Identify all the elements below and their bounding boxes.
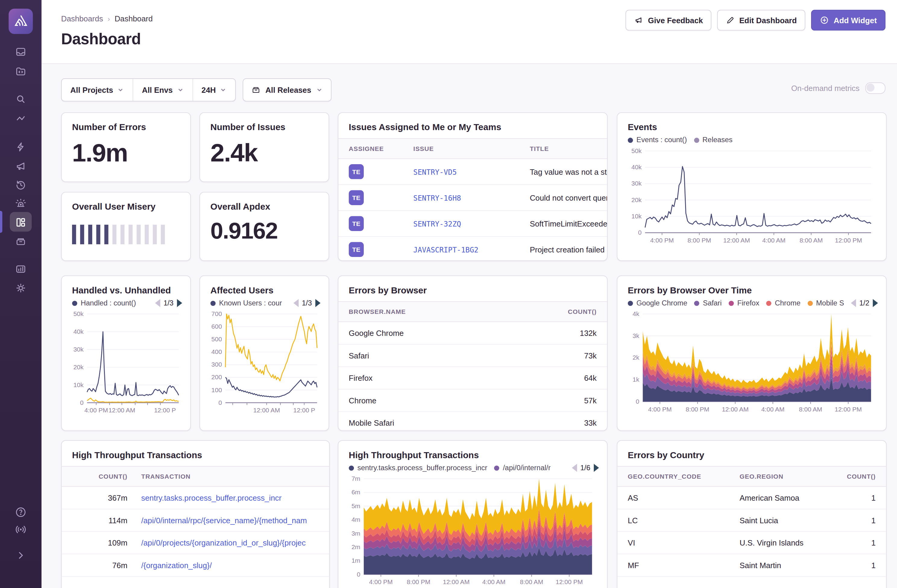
widget-title: Issues Assigned to Me or My Teams <box>338 113 607 133</box>
widget-handled-vs-unhandled[interactable]: Handled vs. Unhandled Handled : count() … <box>61 275 191 431</box>
pager-next-icon[interactable] <box>594 464 599 472</box>
sidebar-item-dashboards[interactable] <box>0 217 41 228</box>
widget-errors-by-browser-over-time[interactable]: Errors by Browser Over Time Google Chrom… <box>617 275 886 431</box>
svg-text:12:00 P: 12:00 P <box>154 407 176 414</box>
svg-text:4:00 PM: 4:00 PM <box>648 406 672 413</box>
legend-item[interactable]: Firefox <box>729 299 759 307</box>
widget-number-of-issues[interactable]: Number of Issues 2.4k <box>199 112 329 182</box>
table-row: LCSaint Lucia1 <box>617 509 886 532</box>
table-cell: /api/0/internal/rpc/{service_name}/{meth… <box>135 516 329 525</box>
sidebar-item-stats[interactable] <box>0 113 41 124</box>
pager-next-icon[interactable] <box>873 299 878 307</box>
pager-label: 1/3 <box>163 299 173 307</box>
legend-item[interactable]: Google Chrome <box>628 299 687 307</box>
feedback-megaphone-icon <box>634 16 643 25</box>
projects-filter[interactable]: All Projects <box>62 79 133 101</box>
issue-link[interactable]: JAVASCRIPT-1BG2 <box>413 245 478 254</box>
legend-item[interactable]: Known Users : cour <box>210 299 282 307</box>
sidebar-item-performance[interactable] <box>0 141 41 153</box>
widget-apdex[interactable]: Overall Apdex 0.9162 <box>199 192 329 261</box>
sidebar-item-feedback[interactable] <box>0 235 41 247</box>
table-cell: Saint Martin <box>733 561 822 570</box>
transaction-link[interactable]: /api/0/internal/rpc/{service_name}/{meth… <box>141 516 307 525</box>
widget-issues-assigned[interactable]: Issues Assigned to Me or My Teams ASSIGN… <box>338 112 608 261</box>
sidebar-collapse-button[interactable] <box>0 550 41 561</box>
sidebar-item-issues[interactable] <box>0 46 41 58</box>
chart-legend: sentry.tasks.process_buffer.process_incr… <box>349 464 565 472</box>
search-icon <box>15 93 26 105</box>
legend-item[interactable]: Mobile S <box>807 299 844 307</box>
legend-item[interactable]: sentry.tasks.process_buffer.process_incr <box>349 464 487 472</box>
sidebar-item-search[interactable] <box>0 93 41 105</box>
sidebar-item-alerts[interactable] <box>0 198 41 209</box>
legend-item[interactable]: Safari <box>694 299 722 307</box>
releases-filter[interactable]: All Releases <box>243 78 332 101</box>
sidebar-item-projects[interactable] <box>0 66 41 77</box>
svg-text:30k: 30k <box>631 180 642 187</box>
sidebar-item-help[interactable] <box>0 506 41 518</box>
widget-title: Overall User Misery <box>62 192 190 212</box>
legend-label: Google Chrome <box>637 299 687 307</box>
breadcrumb-dashboards[interactable]: Dashboards <box>61 14 103 23</box>
pager-prev-icon[interactable] <box>572 464 577 472</box>
chevron-down-icon <box>117 87 124 93</box>
pager-next-icon[interactable] <box>177 299 182 307</box>
transaction-link[interactable]: sentry.tasks.process_buffer.process_incr <box>141 493 282 502</box>
issue-link[interactable]: SENTRY-16H8 <box>413 193 461 202</box>
widget-title: Number of Issues <box>200 113 329 133</box>
sidebar-item-usage-stats[interactable] <box>0 263 41 275</box>
edit-dashboard-button[interactable]: Edit Dashboard <box>717 10 805 31</box>
sidebar-item-settings[interactable] <box>0 282 41 294</box>
widget-errors-by-browser[interactable]: Errors by Browser BROWSER.NAMECOUNT()Goo… <box>338 275 608 431</box>
big-number-value: 1.9m <box>62 133 190 167</box>
svg-text:12:00 AM: 12:00 AM <box>443 578 470 585</box>
table-row: TESENTRY-VD5Tag value was not a strin <box>338 159 607 185</box>
legend-dot <box>766 300 771 305</box>
ondemand-metrics-toggle[interactable] <box>865 82 886 94</box>
widget-title: Errors by Browser <box>338 276 607 295</box>
give-feedback-button[interactable]: Give Feedback <box>625 10 712 31</box>
issue-link[interactable]: SENTRY-VD5 <box>413 168 457 176</box>
issue-link[interactable]: SENTRY-32ZQ <box>413 219 461 228</box>
date-range-filter[interactable]: 24H <box>192 79 236 101</box>
svg-text:0: 0 <box>357 571 360 578</box>
legend-item[interactable]: Releases <box>694 136 732 144</box>
widget-number-of-errors[interactable]: Number of Errors 1.9m <box>61 112 191 182</box>
chevron-down-icon <box>177 87 184 93</box>
svg-text:2k: 2k <box>633 354 640 361</box>
affected-users-line-chart: 010020030040050060070012:00 AM12:00 P <box>206 309 321 418</box>
environments-filter[interactable]: All Envs <box>133 79 192 101</box>
browser-over-time-stacked-chart: 01k2k3k4k4:00 PM8:00 PM12:00 AM4:00 AM8:… <box>623 309 875 417</box>
sidebar-item-releases[interactable] <box>0 160 41 172</box>
table-row: Safari73k <box>338 345 607 367</box>
legend-item[interactable]: /api/0/internal/r <box>494 464 551 472</box>
add-widget-button[interactable]: Add Widget <box>811 10 885 31</box>
sidebar-item-whats-new[interactable] <box>0 523 41 536</box>
widget-errors-by-country[interactable]: Errors by Country GEO.COUNTRY_CODEGEO.RE… <box>617 440 886 588</box>
legend-item[interactable]: Events : count() <box>628 136 687 144</box>
table-cell: AS <box>617 493 733 502</box>
assignee-avatar: TE <box>349 164 364 179</box>
svg-text:3m: 3m <box>351 530 360 537</box>
widget-user-misery[interactable]: Overall User Misery <box>61 192 191 261</box>
pager-prev-icon[interactable] <box>851 299 856 307</box>
transaction-link[interactable]: /api/0/projects/{organization_id_or_slug… <box>141 538 306 547</box>
transaction-link[interactable]: /{organization_slug}/ <box>141 561 212 570</box>
widget-high-throughput-table[interactable]: High Throughput Transactions COUNT()TRAN… <box>61 440 330 588</box>
pager-prev-icon[interactable] <box>155 299 160 307</box>
legend-dot <box>210 300 216 305</box>
releases-box-icon <box>252 85 261 95</box>
widget-affected-users[interactable]: Affected Users Known Users : cour 1/3 01… <box>199 275 329 431</box>
legend-item[interactable]: Handled : count() <box>72 299 136 307</box>
sentry-logo[interactable] <box>9 9 33 34</box>
pager-prev-icon[interactable] <box>293 299 298 307</box>
svg-text:4:00 AM: 4:00 AM <box>761 406 785 413</box>
table-row: VIU.S. Virgin Islands1 <box>617 531 886 554</box>
widget-events[interactable]: Events Events : count()Releases 010k20k3… <box>617 112 886 261</box>
high-throughput-stacked-chart: 01m2m3m4m5m6m7m4:00 PM8:00 PM12:00 AM4:0… <box>344 474 595 588</box>
sidebar-item-replays[interactable] <box>0 179 41 191</box>
legend-item[interactable]: Chrome <box>766 299 801 307</box>
trend-line-icon <box>15 113 26 124</box>
pager-next-icon[interactable] <box>315 299 320 307</box>
widget-high-throughput-chart[interactable]: High Throughput Transactions sentry.task… <box>338 440 608 588</box>
